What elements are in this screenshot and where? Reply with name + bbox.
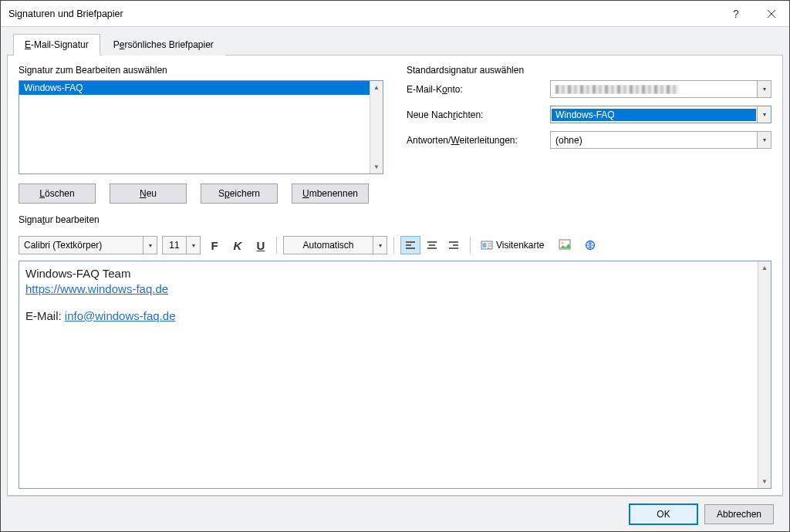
business-card-button[interactable]: Visitenkarte	[477, 236, 551, 254]
scrollbar[interactable]: ▲ ▼	[370, 81, 383, 173]
chevron-down-icon[interactable]: ▾	[757, 106, 771, 123]
font-color-select[interactable]: Automatisch ▾	[283, 236, 387, 254]
chevron-down-icon[interactable]: ▾	[373, 237, 387, 254]
replies-forwards-label: Antworten/Weiterleitungen:	[407, 135, 545, 146]
font-select[interactable]: Calibri (Textkörper) ▾	[19, 236, 157, 254]
chevron-down-icon[interactable]: ▾	[186, 237, 200, 254]
help-icon[interactable]: ?	[718, 1, 754, 26]
rename-button[interactable]: Umbenennen	[292, 184, 369, 204]
email-account-label: E-Mail-Konto:	[407, 84, 545, 95]
delete-button[interactable]: Löschen	[19, 184, 96, 204]
align-left-button[interactable]	[400, 236, 420, 254]
new-messages-label: Neue Nachrichten:	[407, 109, 545, 120]
ok-button[interactable]: OK	[629, 503, 698, 525]
window-title: Signaturen und Briefpapier	[1, 8, 718, 19]
bold-button[interactable]: F	[205, 236, 224, 254]
obscured-account	[555, 85, 679, 94]
align-right-button[interactable]	[444, 236, 464, 254]
align-center-button[interactable]	[422, 236, 442, 254]
new-messages-select[interactable]: Windows-FAQ ▾	[550, 106, 771, 123]
signature-text-line: Windows-FAQ Team	[25, 266, 751, 281]
save-button[interactable]: Speichern	[201, 184, 278, 204]
svg-point-3	[562, 242, 564, 244]
list-item[interactable]: Windows-FAQ	[19, 81, 370, 95]
new-button[interactable]: Neu	[110, 184, 187, 204]
scrollbar[interactable]: ▲ ▼	[758, 261, 771, 488]
signature-email[interactable]: info@windows-faq.de	[65, 309, 176, 322]
font-size-select[interactable]: 11 ▾	[162, 236, 201, 254]
email-account-select[interactable]: ▾	[550, 80, 771, 98]
tab-personal-stationery[interactable]: Persönliches Briefpapier	[102, 34, 225, 56]
close-icon[interactable]	[754, 1, 789, 26]
edit-signature-label: Signatur bearbeiten	[19, 214, 771, 225]
business-card-icon	[481, 240, 493, 251]
separator	[276, 237, 277, 254]
separator	[470, 237, 471, 254]
scroll-down-icon[interactable]: ▼	[758, 475, 771, 488]
chevron-down-icon[interactable]: ▾	[757, 132, 771, 148]
signature-email-prefix: E-Mail:	[25, 309, 65, 322]
separator	[393, 237, 394, 254]
cancel-button[interactable]: Abbrechen	[704, 504, 774, 524]
insert-image-button[interactable]	[555, 236, 576, 254]
chevron-down-icon[interactable]: ▾	[143, 237, 157, 254]
scroll-up-icon[interactable]: ▲	[758, 261, 771, 274]
signature-editor[interactable]: Windows-FAQ Team https://www.windows-faq…	[19, 261, 758, 488]
replies-forwards-select[interactable]: (ohne) ▾	[550, 131, 771, 149]
signature-listbox[interactable]: Windows-FAQ ▲ ▼	[19, 80, 383, 174]
tab-email-signature[interactable]: E-Mail-Signatur	[13, 34, 100, 56]
editor-toolbar: Calibri (Textkörper) ▾ 11 ▾ F K U Automa…	[19, 234, 771, 256]
scroll-down-icon[interactable]: ▼	[370, 160, 383, 173]
default-signature-label: Standardsignatur auswählen	[407, 65, 771, 76]
italic-button[interactable]: K	[228, 236, 247, 254]
scroll-up-icon[interactable]: ▲	[370, 81, 383, 94]
insert-hyperlink-button[interactable]	[580, 236, 600, 254]
underline-button[interactable]: U	[252, 236, 270, 254]
svg-rect-1	[483, 243, 487, 247]
chevron-down-icon[interactable]: ▾	[757, 81, 771, 97]
signature-url[interactable]: https://www.windows-faq.de	[25, 282, 168, 295]
select-signature-label: Signatur zum Bearbeiten auswählen	[19, 65, 383, 76]
